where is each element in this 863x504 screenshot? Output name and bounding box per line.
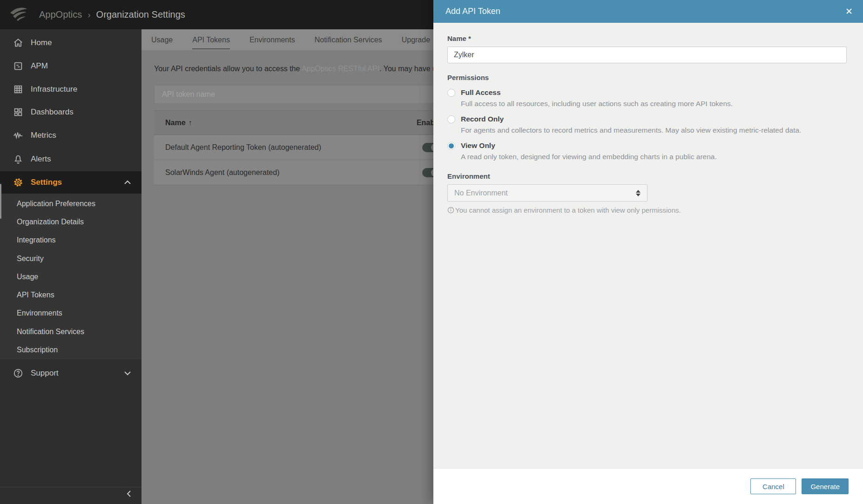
sidebar-subitem-application-preferences[interactable]: Application Preferences	[0, 195, 142, 213]
api-token-table: Name ↑ Enabled Default Agent Reporting T…	[154, 110, 480, 185]
chevron-down-icon[interactable]	[124, 369, 131, 378]
home-icon	[13, 37, 24, 48]
tab-label: Usage	[151, 36, 173, 44]
token-name: Default Agent Reporting Token (autogener…	[165, 143, 321, 152]
name-label: Name *	[447, 34, 849, 42]
environment-select[interactable]: No Environment	[447, 184, 647, 202]
radio-description: For agents and collectors to record metr…	[461, 126, 849, 134]
radio-option[interactable]: Full Access	[447, 88, 849, 97]
token-name: SolarWinds Agent (autogenerated)	[165, 168, 279, 177]
sidebar-subitem-notification-services[interactable]: Notification Services	[0, 323, 142, 341]
name-field[interactable]	[447, 47, 847, 63]
table-row: SolarWinds Agent (autogenerated)	[154, 160, 480, 185]
sidebar: Home APM Infrastructure Dashboards Metri	[0, 29, 142, 504]
dashboards-icon	[13, 107, 24, 118]
subitem-label: Environments	[17, 309, 62, 317]
intro-text: Your API credentials allow you to access…	[154, 65, 302, 73]
sidebar-item-label: Infrastructure	[31, 85, 77, 94]
sidebar-subitem-security[interactable]: Security	[0, 249, 142, 268]
radio-description: Full access to all resources, including …	[461, 100, 849, 108]
sidebar-item-dashboards[interactable]: Dashboards	[0, 101, 142, 124]
token-name-cell: Default Agent Reporting Token (autogener…	[154, 143, 396, 152]
panel-title: Add API Token	[445, 7, 500, 16]
subitem-label: Integrations	[17, 236, 56, 244]
sidebar-item-settings[interactable]: Settings	[0, 171, 142, 194]
subitem-label: Usage	[17, 273, 38, 281]
sidebar-item-label: Settings	[31, 178, 62, 187]
sidebar-item-apm[interactable]: APM	[0, 54, 142, 78]
permission-option-view-only: View Only A read only token, designed fo…	[447, 141, 849, 161]
tab-environments[interactable]: Environments	[240, 29, 305, 50]
subitem-label: API Tokens	[17, 291, 54, 299]
cancel-button[interactable]: Cancel	[750, 478, 796, 494]
sidebar-subitem-api-tokens[interactable]: API Tokens	[0, 286, 142, 304]
chevron-up-icon[interactable]	[124, 178, 131, 187]
sidebar-item-label: Dashboards	[31, 108, 74, 117]
radio-option[interactable]: Record Only	[447, 115, 849, 123]
table-header-row: Name ↑ Enabled	[154, 110, 480, 135]
column-header-name[interactable]: Name ↑	[154, 119, 396, 127]
tab-api-tokens[interactable]: API Tokens	[182, 29, 240, 50]
sidebar-subitem-subscription[interactable]: Subscription	[0, 341, 142, 359]
column-label: Name	[165, 119, 186, 127]
tab-notification-services[interactable]: Notification Services	[305, 29, 392, 50]
breadcrumb: AppOptics › Organization Settings	[39, 0, 185, 29]
api-credentials-intro: Your API credentials allow you to access…	[154, 65, 463, 73]
infrastructure-icon	[13, 84, 24, 95]
sidebar-item-home[interactable]: Home	[0, 31, 142, 54]
close-icon[interactable]: ✕	[845, 0, 853, 23]
environment-selected-value: No Environment	[454, 189, 636, 197]
environment-note: You cannot assign an environment to a to…	[447, 206, 849, 214]
apm-icon	[13, 60, 24, 72]
radio-label: View Only	[461, 141, 495, 150]
radio-button[interactable]	[447, 115, 455, 123]
subitem-label: Application Preferences	[17, 200, 95, 208]
subitem-label: Security	[17, 255, 44, 263]
metrics-icon	[13, 130, 24, 141]
panel-body: Name * Permissions Full Access Full acce…	[433, 34, 863, 214]
radio-label: Record Only	[461, 115, 504, 123]
sidebar-item-label: Metrics	[31, 131, 56, 140]
subitem-label: Subscription	[17, 346, 58, 354]
sidebar-scrollbar[interactable]	[0, 184, 1, 219]
sidebar-item-metrics[interactable]: Metrics	[0, 124, 142, 147]
breadcrumb-page: Organization Settings	[96, 9, 185, 20]
search-input[interactable]	[154, 85, 459, 104]
breadcrumb-app[interactable]: AppOptics	[39, 9, 82, 20]
radio-button[interactable]	[447, 89, 455, 97]
tab-usage[interactable]: Usage	[142, 29, 182, 50]
environment-label: Environment	[447, 172, 849, 180]
radio-description: A read only token, designed for viewing …	[461, 153, 849, 161]
sidebar-collapse-button[interactable]	[127, 490, 131, 499]
question-circle-icon	[13, 368, 24, 379]
sidebar-item-label: Home	[31, 38, 52, 47]
sidebar-item-support[interactable]: Support	[0, 362, 142, 385]
app-root: AppOptics › Organization Settings Home A…	[0, 0, 863, 504]
select-arrows-icon	[636, 190, 641, 196]
tab-upgrade[interactable]: Upgrade	[392, 29, 440, 50]
radio-option[interactable]: View Only	[447, 141, 849, 150]
breadcrumb-separator: ›	[88, 10, 90, 20]
permissions-label: Permissions	[447, 74, 849, 81]
radio-label: Full Access	[461, 88, 501, 97]
tab-label: Notification Services	[315, 36, 382, 44]
sidebar-item-infrastructure[interactable]: Infrastructure	[0, 78, 142, 101]
sort-ascending-icon: ↑	[189, 119, 192, 127]
sidebar-subitem-organization-details[interactable]: Organization Details	[0, 213, 142, 231]
gear-icon	[13, 177, 24, 188]
environment-note-text: You cannot assign an environment to a to…	[455, 206, 681, 214]
info-icon	[447, 207, 454, 214]
permission-option-record-only: Record Only For agents and collectors to…	[447, 115, 849, 134]
permission-option-full-access: Full Access Full access to all resources…	[447, 88, 849, 108]
solarwinds-logo-icon	[9, 6, 28, 25]
generate-button[interactable]: Generate	[802, 478, 849, 494]
subitem-label: Organization Details	[17, 218, 84, 226]
sidebar-subitem-environments[interactable]: Environments	[0, 304, 142, 323]
restful-api-link[interactable]: AppOptics RESTful API	[302, 65, 379, 73]
radio-button-selected[interactable]	[447, 142, 455, 150]
alerts-icon	[13, 154, 24, 165]
sidebar-item-alerts[interactable]: Alerts	[0, 148, 142, 171]
sidebar-subitem-usage[interactable]: Usage	[0, 268, 142, 286]
sidebar-subitem-integrations[interactable]: Integrations	[0, 231, 142, 249]
token-name-cell: SolarWinds Agent (autogenerated)	[154, 168, 396, 177]
